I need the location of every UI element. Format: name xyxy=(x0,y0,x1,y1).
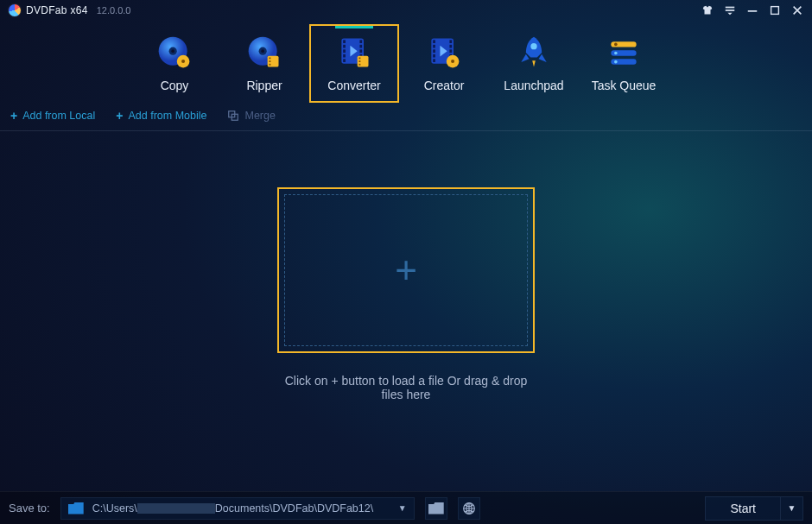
close-icon[interactable] xyxy=(791,4,803,16)
footer-bar: Save to: C:\Users\Documents\DVDFab\DVDFa… xyxy=(0,491,812,524)
svg-rect-14 xyxy=(270,60,271,62)
title-bar-left: DVDFab x64 12.0.0.0 xyxy=(9,4,130,16)
plus-icon: + xyxy=(116,110,123,122)
save-path-prefix: C:\Users\ xyxy=(92,502,137,515)
svg-rect-3 xyxy=(771,7,779,15)
menu-dropdown-icon[interactable] xyxy=(724,4,736,16)
nav-task-queue[interactable]: Task Queue xyxy=(579,24,669,103)
chevron-down-icon[interactable]: ▼ xyxy=(398,503,407,513)
merge-button[interactable]: Merge xyxy=(227,110,275,122)
svg-rect-0 xyxy=(726,7,735,9)
nav-label: Task Queue xyxy=(592,79,657,92)
browse-folder-button[interactable] xyxy=(425,497,447,520)
main-stage: + Click on + button to load a file Or dr… xyxy=(0,131,812,485)
app-version: 12.0.0.0 xyxy=(97,5,131,16)
nav-launchpad[interactable]: Launchpad xyxy=(489,24,579,103)
svg-rect-39 xyxy=(449,49,452,53)
start-button[interactable]: Start xyxy=(705,496,781,521)
svg-point-48 xyxy=(614,52,618,55)
rocket-icon xyxy=(515,34,553,72)
svg-rect-15 xyxy=(270,64,271,66)
add-from-mobile-button[interactable]: + Add from Mobile xyxy=(116,110,206,122)
nav-label: Launchpad xyxy=(504,79,563,92)
nav-ripper[interactable]: Ripper xyxy=(219,24,309,103)
maximize-icon[interactable] xyxy=(769,4,781,16)
app-title: DVDFab x64 xyxy=(26,4,88,16)
nav-copy[interactable]: Copy xyxy=(130,24,219,103)
svg-rect-36 xyxy=(433,59,435,62)
nav-label: Converter xyxy=(327,79,380,92)
add-from-local-label: Add from Local xyxy=(22,110,95,122)
svg-rect-32 xyxy=(433,40,435,43)
svg-rect-21 xyxy=(343,59,346,62)
folder-icon xyxy=(68,502,84,515)
nav-label: Copy xyxy=(161,79,189,92)
svg-rect-38 xyxy=(449,45,452,48)
svg-rect-33 xyxy=(433,45,435,48)
nav-label: Creator xyxy=(424,79,465,92)
svg-rect-34 xyxy=(433,49,435,53)
add-from-local-button[interactable]: + Add from Local xyxy=(10,110,95,122)
svg-rect-30 xyxy=(359,64,361,66)
film-convert-icon xyxy=(335,34,373,72)
svg-point-8 xyxy=(181,60,185,63)
minimize-icon[interactable] xyxy=(746,4,758,16)
save-path-text: C:\Users\Documents\DVDFab\DVDFab12\ xyxy=(92,502,390,515)
svg-rect-2 xyxy=(748,10,758,12)
app-logo-icon xyxy=(9,4,21,16)
dropzone-inner: + xyxy=(284,194,528,346)
footer-left: Save to: C:\Users\Documents\DVDFab\DVDFa… xyxy=(9,497,480,520)
main-nav: Copy Ripper Converter xyxy=(130,19,812,104)
queue-icon xyxy=(605,34,643,72)
svg-rect-29 xyxy=(359,60,361,62)
folder-outline-icon xyxy=(428,502,444,515)
nav-active-bar xyxy=(335,26,373,28)
start-dropdown-button[interactable]: ▼ xyxy=(781,496,803,521)
svg-rect-28 xyxy=(359,58,361,60)
nav-label: Ripper xyxy=(246,79,282,92)
svg-rect-20 xyxy=(343,54,346,58)
nav-creator[interactable]: Creator xyxy=(399,24,489,103)
disc-copy-icon xyxy=(155,34,193,72)
start-button-label: Start xyxy=(730,502,756,515)
add-from-mobile-label: Add from Mobile xyxy=(128,110,206,122)
title-bar: DVDFab x64 12.0.0.0 xyxy=(0,0,812,19)
dropzone-hint: Click on + button to load a file Or drag… xyxy=(277,374,535,401)
shirt-icon[interactable] xyxy=(701,4,714,16)
svg-point-6 xyxy=(171,49,174,53)
svg-point-50 xyxy=(614,43,618,47)
save-path-suffix: Documents\DVDFab\DVDFab12\ xyxy=(215,502,373,515)
dropzone[interactable]: + Click on + button to load a file Or dr… xyxy=(277,187,535,401)
save-to-label: Save to: xyxy=(9,502,50,515)
save-path-box[interactable]: C:\Users\Documents\DVDFab\DVDFab12\ ▼ xyxy=(60,497,415,520)
web-output-button[interactable] xyxy=(458,497,480,520)
dropzone-highlight: + xyxy=(277,187,535,353)
svg-rect-1 xyxy=(726,9,735,11)
svg-rect-18 xyxy=(343,45,346,48)
svg-rect-19 xyxy=(343,49,346,53)
nav-converter[interactable]: Converter xyxy=(309,24,399,103)
globe-icon xyxy=(462,502,476,515)
svg-point-11 xyxy=(261,49,264,53)
svg-rect-22 xyxy=(359,40,362,43)
svg-point-43 xyxy=(451,60,454,63)
chevron-down-icon: ▼ xyxy=(788,503,796,513)
svg-rect-17 xyxy=(343,40,346,43)
merge-icon xyxy=(227,110,239,122)
window-controls xyxy=(701,4,803,16)
svg-rect-24 xyxy=(359,49,362,53)
svg-rect-23 xyxy=(359,45,362,48)
footer-right: Start ▼ xyxy=(705,496,803,521)
plus-large-icon: + xyxy=(395,251,417,289)
svg-rect-35 xyxy=(433,54,435,58)
svg-rect-37 xyxy=(449,40,452,43)
sub-toolbar: + Add from Local + Add from Mobile Merge xyxy=(0,104,812,131)
svg-point-44 xyxy=(530,43,536,49)
merge-label: Merge xyxy=(244,110,275,122)
svg-point-49 xyxy=(614,60,618,64)
svg-rect-13 xyxy=(270,58,271,60)
disc-ripper-icon xyxy=(245,34,283,72)
film-create-icon xyxy=(425,34,463,72)
save-path-redacted xyxy=(137,503,215,514)
plus-icon: + xyxy=(10,110,17,122)
